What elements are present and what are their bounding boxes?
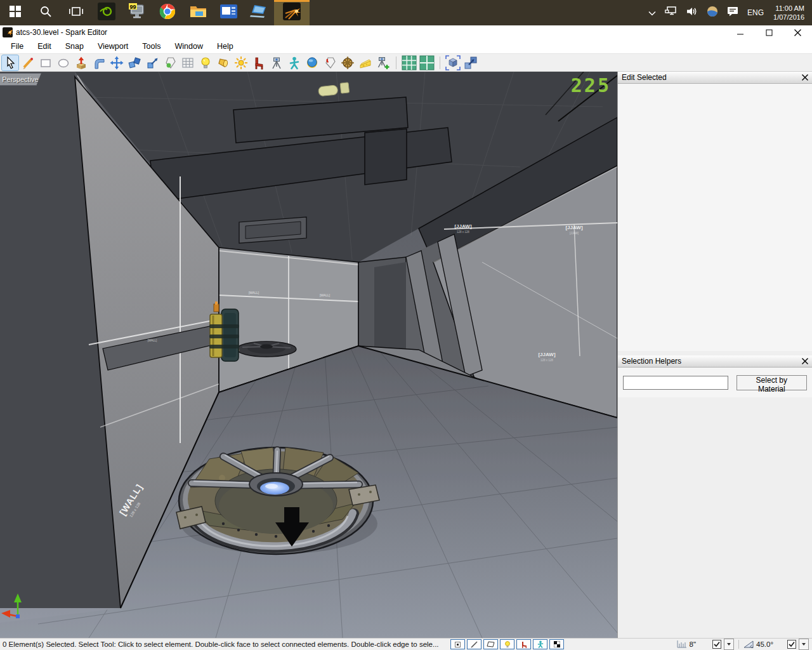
status-bar: 0 Element(s) Selected. Select Tool: Clic… xyxy=(0,638,812,650)
spark-editor-taskbar-button[interactable] xyxy=(274,0,310,25)
menu-window[interactable]: Window xyxy=(168,42,210,51)
show-faces-toggle[interactable] xyxy=(483,639,498,649)
selection-helpers-close-button[interactable] xyxy=(802,358,808,364)
show-lights-toggle[interactable] xyxy=(500,639,514,649)
start-button[interactable] xyxy=(0,0,30,25)
material-filter-input[interactable] xyxy=(623,376,728,390)
spot-light-icon xyxy=(216,56,230,70)
line-tool-button[interactable] xyxy=(20,55,36,70)
clock-date: 1/07/2016 xyxy=(773,13,804,22)
window-controls xyxy=(726,25,812,39)
show-entities-toggle[interactable] xyxy=(533,639,547,649)
cheese-icon xyxy=(358,56,372,70)
menu-snap[interactable]: Snap xyxy=(58,42,91,51)
network-tray-button[interactable] xyxy=(660,0,682,25)
angle-snap-checkbox[interactable] xyxy=(787,640,796,649)
angle-snap-dropdown[interactable] xyxy=(799,639,809,650)
cube-select-tool-button[interactable] xyxy=(445,55,461,70)
windows-app-button[interactable] xyxy=(213,0,244,25)
window-title: atcs-30.level - Spark Editor xyxy=(16,28,107,37)
edit-selected-header[interactable]: Edit Selected xyxy=(618,72,812,84)
extrude-tool-button[interactable] xyxy=(73,55,89,70)
show-vertices-toggle[interactable] xyxy=(450,639,465,649)
grid-fine-toggle-button[interactable] xyxy=(401,55,417,70)
clock-time: 11:00 AM xyxy=(773,4,804,13)
prop-tool-button[interactable] xyxy=(251,55,267,70)
main-area: [WALL] [WALL] [JJAW] 128 x 128 [J xyxy=(0,72,812,638)
chrome-button[interactable] xyxy=(152,0,183,25)
circle-icon xyxy=(56,56,70,70)
wheel-tool-button[interactable] xyxy=(339,55,356,70)
decal-tool-button[interactable] xyxy=(322,55,338,70)
edit-selected-close-button[interactable] xyxy=(802,74,808,81)
move-tool-button[interactable] xyxy=(108,55,125,70)
minimize-button[interactable] xyxy=(726,25,755,39)
paint-tool-button[interactable] xyxy=(162,55,178,70)
ambient-light-tool-button[interactable] xyxy=(233,55,249,70)
taskbar: 99 ENG 11:00 AM 1/07/2016 xyxy=(0,0,812,25)
edit-selected-title: Edit Selected xyxy=(622,73,667,82)
extrude-icon xyxy=(74,56,88,70)
status-right-controls: 8" 45.0° xyxy=(677,639,809,650)
grid-size-dropdown[interactable] xyxy=(724,639,734,650)
camera-add-tool-button[interactable] xyxy=(375,55,391,70)
point-light-tool-button[interactable] xyxy=(197,55,214,70)
chair-icon xyxy=(521,641,527,648)
menu-file[interactable]: File xyxy=(4,42,30,51)
chair-icon xyxy=(252,56,266,70)
decal-icon xyxy=(323,56,337,70)
bend-tool-button[interactable] xyxy=(91,55,107,70)
task-view-button[interactable] xyxy=(61,0,91,25)
panel-gap xyxy=(618,351,812,355)
select-tool-button[interactable] xyxy=(2,55,18,70)
volume-tray-button[interactable] xyxy=(682,0,702,25)
file-explorer-button[interactable] xyxy=(183,0,213,25)
menu-viewport[interactable]: Viewport xyxy=(91,42,135,51)
rotate-tool-button[interactable] xyxy=(126,55,143,70)
grid-tool-button[interactable] xyxy=(180,55,196,70)
language-indicator[interactable]: ENG xyxy=(743,0,768,25)
armory-prop xyxy=(209,302,239,361)
remote-desktop-button[interactable] xyxy=(244,0,274,25)
3d-viewport[interactable]: [WALL] [WALL] [JJAW] 128 x 128 [J xyxy=(0,72,617,638)
camera-tool-button[interactable] xyxy=(268,55,285,70)
grid-snap-checkbox[interactable] xyxy=(712,640,721,649)
cheese-tool-button[interactable] xyxy=(357,55,374,70)
menu-edit[interactable]: Edit xyxy=(30,42,58,51)
spot-light-tool-button[interactable] xyxy=(215,55,232,70)
player-start-tool-button[interactable] xyxy=(286,55,303,70)
show-props-toggle[interactable] xyxy=(516,639,531,649)
onedrive-tray-button[interactable] xyxy=(702,0,723,25)
person-icon xyxy=(287,56,301,70)
nvidia-app-button[interactable] xyxy=(91,0,122,25)
system-monitor-button[interactable]: 99 xyxy=(122,0,152,25)
camera-tripod-icon xyxy=(270,56,284,70)
close-button[interactable] xyxy=(783,25,812,39)
grid-coarse-toggle-button[interactable] xyxy=(419,55,435,70)
viewport-mode-tab[interactable]: Perspective xyxy=(0,73,41,86)
selection-helpers-header[interactable]: Selection Helpers xyxy=(618,355,812,368)
select-by-material-button[interactable]: Select by Material xyxy=(737,375,807,390)
toolbar-separator xyxy=(396,56,396,69)
clock[interactable]: 11:00 AM 1/07/2016 xyxy=(768,4,812,22)
tray-chevron-button[interactable] xyxy=(644,0,660,25)
menu-tools[interactable]: Tools xyxy=(135,42,167,51)
search-button[interactable] xyxy=(30,0,61,25)
svg-text:[JJAW]: [JJAW] xyxy=(570,232,579,235)
transform-tool-button[interactable] xyxy=(462,55,479,70)
grid-size-value: 8" xyxy=(690,640,696,648)
show-textures-toggle[interactable] xyxy=(549,639,564,649)
maximize-button[interactable] xyxy=(755,25,783,39)
caret-down-icon xyxy=(802,643,806,646)
task-view-icon xyxy=(69,6,83,19)
camera-add-icon xyxy=(376,56,390,70)
circle-tool-button[interactable] xyxy=(55,55,72,70)
screen: 99 ENG 11:00 AM 1/07/2016 atcs-30.level … xyxy=(0,0,812,650)
sphere-tool-button[interactable] xyxy=(304,55,320,70)
checker-icon xyxy=(554,641,560,647)
show-edges-toggle[interactable] xyxy=(467,639,481,649)
menu-help[interactable]: Help xyxy=(210,42,240,51)
action-center-button[interactable] xyxy=(723,0,743,25)
scale-tool-button[interactable] xyxy=(144,55,160,70)
rectangle-tool-button[interactable] xyxy=(37,55,54,70)
